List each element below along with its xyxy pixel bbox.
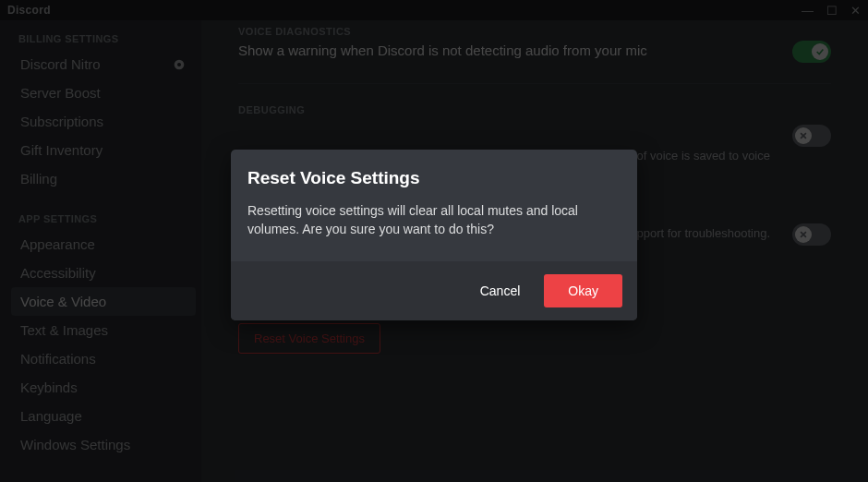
cancel-button[interactable]: Cancel <box>480 283 521 298</box>
modal-text: Resetting voice settings will clear all … <box>247 201 621 239</box>
reset-voice-modal: Reset Voice Settings Resetting voice set… <box>231 150 637 320</box>
modal-footer: Cancel Okay <box>231 261 637 320</box>
modal-body: Reset Voice Settings Resetting voice set… <box>231 150 637 261</box>
okay-button[interactable]: Okay <box>544 274 622 307</box>
modal-title: Reset Voice Settings <box>247 168 621 188</box>
